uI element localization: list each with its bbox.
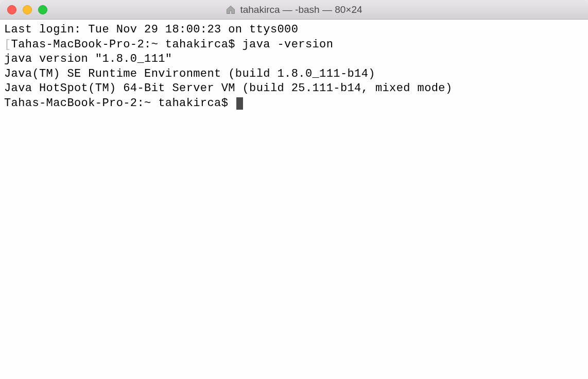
output-line: Java HotSpot(TM) 64-Bit Server VM (build… [4,81,584,96]
title-wrap: tahakirca — -bash — 80×24 [226,4,362,15]
minimize-button[interactable] [23,5,32,14]
prompt-text: Tahas-MacBook-Pro-2:~ tahakirca$ [11,38,243,51]
home-icon [226,5,236,15]
output-line: [Tahas-MacBook-Pro-2:~ tahakirca$ java -… [4,38,584,53]
window-title: tahakirca — -bash — 80×24 [240,4,362,15]
output-line: Java(TM) SE Runtime Environment (build 1… [4,67,584,82]
zoom-button[interactable] [38,5,47,14]
output-line: Last login: Tue Nov 29 18:00:23 on ttys0… [4,23,584,38]
terminal-window: tahakirca — -bash — 80×24 Last login: Tu… [0,0,588,379]
bracket: [ [4,38,11,51]
titlebar[interactable]: tahakirca — -bash — 80×24 [0,0,588,20]
command-text: java -version [242,38,333,51]
traffic-lights [0,5,47,14]
terminal-body[interactable]: Last login: Tue Nov 29 18:00:23 on ttys0… [0,20,588,379]
prompt-line: Tahas-MacBook-Pro-2:~ tahakirca$ [4,96,584,111]
output-line: java version "1.8.0_111" [4,52,584,67]
prompt-text: Tahas-MacBook-Pro-2:~ tahakirca$ [4,97,235,110]
cursor [236,97,243,110]
close-button[interactable] [7,5,16,14]
